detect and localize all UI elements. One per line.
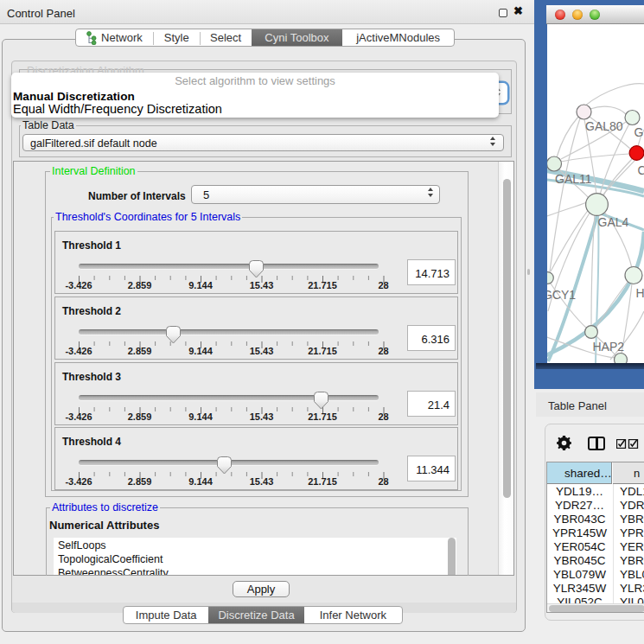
svg-text:GAL11: GAL11	[555, 172, 592, 186]
svg-text:HAP2: HAP2	[593, 340, 625, 354]
svg-text:GCY1: GCY1	[547, 288, 576, 302]
svg-text:C: C	[638, 163, 644, 177]
svg-text:GAL4: GAL4	[598, 215, 629, 229]
svg-text:G.: G.	[634, 125, 644, 139]
svg-text:H: H	[636, 286, 644, 300]
svg-text:GAL80: GAL80	[585, 119, 623, 133]
